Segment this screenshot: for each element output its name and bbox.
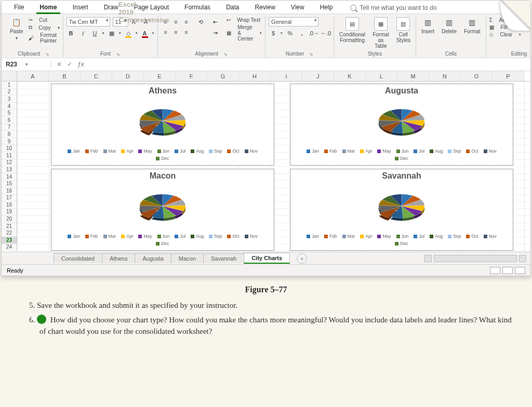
font-name-combo[interactable]: Tw Cen MT [66, 17, 110, 26]
column-header[interactable]: L [366, 71, 397, 81]
tab-formulas[interactable]: Formulas [177, 2, 218, 13]
sheet-tab[interactable]: City Charts [244, 253, 290, 264]
row-header[interactable]: 22 [2, 229, 17, 237]
column-header[interactable]: H [239, 71, 271, 81]
row-header[interactable]: 12 [2, 159, 17, 167]
dialog-launcher-icon[interactable]: ↘ [223, 51, 228, 57]
chart-panel[interactable]: SavannahJanFebMarAprMayJunJulAugSepOctNo… [290, 169, 513, 251]
tab-file[interactable]: File [7, 2, 31, 13]
increase-indent-icon[interactable]: ⇥ [211, 28, 220, 37]
row-header[interactable]: 23 [2, 237, 17, 244]
row-header[interactable]: 4 [2, 103, 17, 110]
tab-review[interactable]: Review [247, 2, 282, 13]
fx-icon[interactable]: ƒx [77, 61, 84, 68]
sheet-tab[interactable]: Savannah [203, 253, 245, 263]
row-header[interactable]: 14 [2, 173, 17, 181]
page-layout-view-icon[interactable] [502, 267, 513, 274]
chart-panel[interactable]: MaconJanFebMarAprMayJunJulAugSepOctNovDe… [51, 169, 274, 251]
column-header[interactable]: M [397, 71, 429, 81]
grow-font-icon[interactable]: A˄ [131, 17, 140, 26]
horizontal-scrollbar[interactable] [434, 255, 517, 262]
column-header[interactable]: O [461, 71, 493, 81]
align-right-icon[interactable]: ≡ [182, 28, 191, 37]
tab-home[interactable]: Home [32, 2, 64, 13]
dialog-launcher-icon[interactable]: ↘ [116, 51, 120, 57]
format-cells-button[interactable]: ▥Format [462, 17, 483, 34]
column-header[interactable]: E [144, 71, 176, 81]
percent-format-icon[interactable]: % [285, 29, 295, 38]
chart-panel[interactable]: AugustaJanFebMarAprMayJunJulAugSepOctNov… [290, 84, 513, 166]
row-header[interactable]: 19 [2, 209, 17, 216]
merge-center-button[interactable]: ▦ Merge & Center ▾ [227, 24, 262, 42]
font-color-icon[interactable]: A [140, 29, 150, 38]
font-size-combo[interactable]: 11 [113, 17, 128, 26]
column-header[interactable]: I [271, 71, 302, 81]
row-header[interactable]: 7 [2, 124, 17, 131]
align-left-icon[interactable]: ≡ [161, 28, 170, 37]
bold-button[interactable]: B [66, 29, 76, 38]
row-header[interactable]: 6 [2, 117, 17, 124]
format-as-table-button[interactable]: ▦Format as Table [370, 17, 391, 49]
clear-button[interactable]: ◇ Clear ▾ [489, 32, 529, 37]
comma-format-icon[interactable]: , [297, 29, 307, 38]
align-top-icon[interactable]: ≡ [161, 17, 170, 26]
italic-button[interactable]: I [78, 29, 88, 38]
name-box[interactable]: R23▾ [2, 61, 51, 68]
new-sheet-button[interactable]: + [297, 253, 307, 264]
increase-decimal-icon[interactable]: .0→ [309, 29, 318, 38]
row-header[interactable]: 11 [2, 152, 17, 159]
number-format-combo[interactable]: General [269, 17, 318, 26]
tab-page-layout[interactable]: Page Layout [127, 2, 176, 13]
tab-view[interactable]: View [284, 2, 312, 13]
enter-formula-icon[interactable]: ✓ [67, 61, 72, 68]
column-header[interactable]: C [81, 71, 112, 81]
page-break-view-icon[interactable] [515, 267, 525, 274]
accounting-format-icon[interactable]: $ [269, 29, 278, 38]
row-header[interactable]: 17 [2, 195, 17, 202]
column-header[interactable]: D [112, 71, 144, 81]
row-header[interactable]: 16 [2, 187, 17, 195]
column-header[interactable]: P [493, 71, 524, 81]
column-header[interactable]: J [302, 71, 334, 81]
tab-insert[interactable]: Insert [65, 2, 96, 13]
row-header[interactable]: 8 [2, 131, 17, 138]
column-header[interactable]: B [49, 71, 81, 81]
sheet-tab[interactable]: Macon [171, 253, 204, 263]
fill-color-icon[interactable]: ◇ [124, 29, 133, 38]
normal-view-icon[interactable] [490, 267, 500, 274]
dialog-launcher-icon[interactable]: ↘ [45, 51, 49, 57]
column-header[interactable]: N [429, 71, 461, 81]
cell-styles-button[interactable]: ▧Cell Styles [394, 17, 413, 43]
row-header[interactable]: 15 [2, 180, 17, 187]
format-painter-button[interactable]: 🖌 Format Painter [29, 32, 60, 44]
cancel-formula-icon[interactable]: ✕ [57, 61, 62, 68]
sheet-tab[interactable]: Athens [102, 253, 135, 263]
scroll-right-icon[interactable] [519, 255, 526, 262]
decrease-decimal-icon[interactable]: ←.0 [321, 29, 330, 38]
row-header[interactable]: 1 [2, 82, 17, 89]
column-header[interactable]: K [334, 71, 366, 81]
paste-button[interactable]: 📋 Paste ▾ [8, 17, 25, 41]
row-header[interactable]: 10 [2, 145, 17, 152]
sheet-tab[interactable]: Augusta [135, 253, 171, 263]
column-header[interactable]: G [207, 71, 239, 81]
column-header[interactable]: F [176, 71, 207, 81]
row-header[interactable]: 24 [2, 244, 17, 251]
tell-me-search[interactable]: Tell me what you want to do [350, 4, 436, 11]
dialog-launcher-icon[interactable]: ↘ [309, 51, 313, 57]
select-all-corner[interactable] [2, 71, 17, 81]
borders-icon[interactable]: ▦ [107, 29, 116, 38]
scroll-left-icon[interactable] [424, 255, 432, 262]
row-header[interactable]: 21 [2, 223, 17, 230]
orientation-icon[interactable]: ⟲ [196, 17, 206, 26]
row-header[interactable]: 18 [2, 201, 17, 209]
row-header[interactable]: 3 [2, 96, 17, 103]
row-header[interactable]: 13 [2, 166, 17, 173]
row-header[interactable]: 5 [2, 110, 17, 117]
tab-draw[interactable]: Draw [97, 2, 126, 13]
align-center-icon[interactable]: ≡ [171, 28, 181, 37]
wrap-text-button[interactable]: ↩ Wrap Text [227, 17, 262, 23]
shrink-font-icon[interactable]: A˅ [143, 17, 152, 26]
row-header[interactable]: 9 [2, 138, 17, 145]
decrease-indent-icon[interactable]: ⇤ [211, 17, 220, 26]
